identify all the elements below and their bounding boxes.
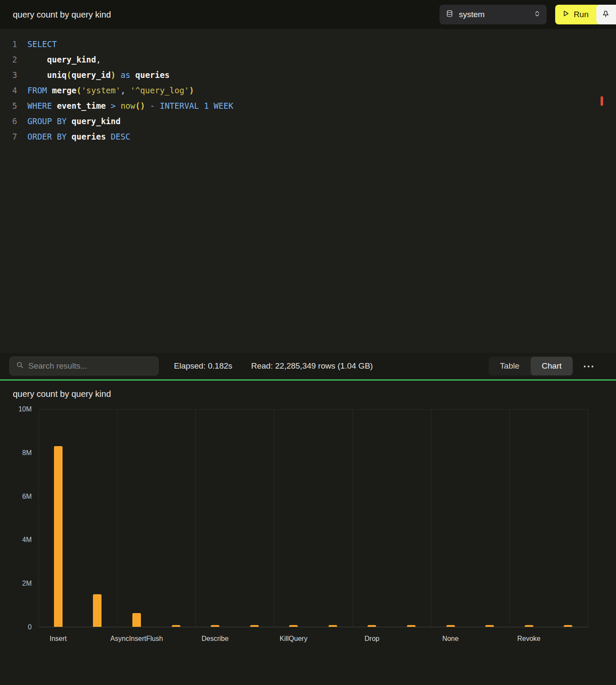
code-line: 1SELECT [0, 36, 616, 52]
code-token: GROUP [27, 116, 52, 126]
code-token: INTERVAL [160, 101, 199, 110]
code-line: 7ORDER BY queries DESC [0, 129, 616, 144]
x-axis-label: KillQuery [280, 635, 308, 643]
code-token [67, 116, 72, 126]
code-line: 5WHERE event_time > now() - INTERVAL 1 W… [0, 98, 616, 113]
code-token [52, 132, 57, 141]
pin-button[interactable] [596, 5, 616, 24]
gridline [117, 409, 117, 627]
code-text: FROM merge('system', '^query_log') [27, 83, 194, 98]
x-axis-label: Insert [50, 635, 67, 643]
code-token [209, 101, 213, 110]
database-selector-value: system [459, 10, 529, 19]
code-line: 4FROM merge('system', '^query_log') [0, 83, 616, 98]
code-token [145, 101, 150, 110]
code-token: merge [52, 86, 76, 95]
code-text: WHERE event_time > now() - INTERVAL 1 WE… [27, 98, 233, 113]
gridline [274, 409, 274, 627]
gridline [509, 409, 510, 627]
bar [250, 625, 259, 627]
search-results-input[interactable] [28, 361, 152, 371]
code-token [52, 116, 57, 126]
pin-icon [601, 10, 610, 20]
code-token: DESC [111, 132, 131, 141]
code-lines: 1SELECT2 query_kind,3 uniq(query_id) as … [0, 36, 616, 144]
code-token [116, 101, 120, 110]
more-options-button[interactable] [582, 359, 595, 372]
database-icon [446, 10, 454, 20]
bar [485, 625, 494, 627]
code-token: query_kind [72, 116, 120, 126]
table-view-button[interactable]: Table [489, 357, 530, 375]
line-number: 3 [0, 67, 17, 83]
code-text: query_kind, [27, 52, 101, 67]
x-axis-label: Revoke [517, 635, 541, 643]
code-line: 3 uniq(query_id) as queries [0, 67, 616, 83]
code-token: - [150, 101, 155, 110]
scrollbar-error-marker [601, 96, 603, 106]
bar [54, 446, 63, 627]
code-token: queries [72, 132, 106, 141]
bar [132, 613, 141, 627]
bar [525, 625, 533, 627]
gridline [431, 409, 431, 627]
code-token: FROM [27, 86, 47, 95]
code-text: GROUP BY query_kind [27, 113, 120, 129]
bar [172, 625, 180, 627]
query-title: query count by query kind [13, 10, 111, 20]
code-line: 6GROUP BY query_kind [0, 113, 616, 129]
line-number: 5 [0, 98, 17, 113]
gridline [353, 409, 353, 627]
plot-area[interactable]: 02M4M6M8M10MInsertAsyncInsertFlushDescri… [39, 409, 588, 627]
code-text: SELECT [27, 36, 57, 52]
gridline [195, 409, 196, 627]
database-selector[interactable]: system [440, 5, 547, 24]
code-token: BY [57, 116, 67, 126]
x-axis-label: Describe [201, 635, 228, 643]
code-token: now [120, 101, 135, 110]
chart-title: query count by query kind [13, 389, 111, 399]
code-token: '^query_log' [130, 86, 189, 95]
x-axis-label: Drop [365, 635, 380, 643]
code-token: BY [57, 132, 67, 141]
code-token: 'system' [81, 86, 121, 95]
line-number: 2 [0, 52, 17, 67]
sql-editor[interactable]: 1SELECT2 query_kind,3 uniq(query_id) as … [0, 29, 616, 352]
run-button-label: Run [574, 10, 589, 19]
bar [289, 625, 298, 627]
read-stat: Read: 22,285,349 rows (1.04 GB) [251, 361, 373, 371]
code-line: 2 query_kind, [0, 52, 616, 67]
bar [93, 594, 102, 627]
bar [211, 625, 219, 627]
code-token [67, 132, 72, 141]
bar [564, 625, 572, 627]
code-token: query_id [72, 70, 111, 80]
y-axis-label: 0 [2, 623, 32, 631]
sql-console: query count by query kind system [0, 0, 616, 685]
chart-view-button[interactable]: Chart [531, 357, 573, 375]
code-token: , [120, 86, 130, 95]
plot-top-border [39, 409, 588, 410]
ellipsis-icon [583, 363, 594, 369]
x-axis-label: AsyncInsertFlush [111, 635, 163, 643]
x-axis-label: None [442, 635, 458, 643]
code-token: ) [111, 70, 116, 80]
results-toolbar: Elapsed: 0.182s Read: 22,285,349 rows (1… [0, 352, 616, 379]
query-stats: Elapsed: 0.182s Read: 22,285,349 rows (1… [174, 361, 373, 371]
code-token [27, 55, 47, 64]
code-token: WEEK [214, 101, 233, 110]
code-token: > [111, 101, 116, 110]
code-token [106, 132, 111, 141]
gridline [588, 409, 588, 627]
code-token: ( [67, 70, 72, 80]
code-token [155, 101, 160, 110]
code-token: , [96, 55, 101, 64]
bar [368, 625, 376, 627]
code-text: ORDER BY queries DESC [27, 129, 130, 144]
code-token [27, 70, 47, 80]
search-box [9, 357, 158, 375]
code-token [52, 101, 57, 110]
view-toggle: Table Chart [489, 357, 573, 375]
run-button[interactable]: Run [555, 5, 597, 24]
gridline [39, 409, 39, 627]
